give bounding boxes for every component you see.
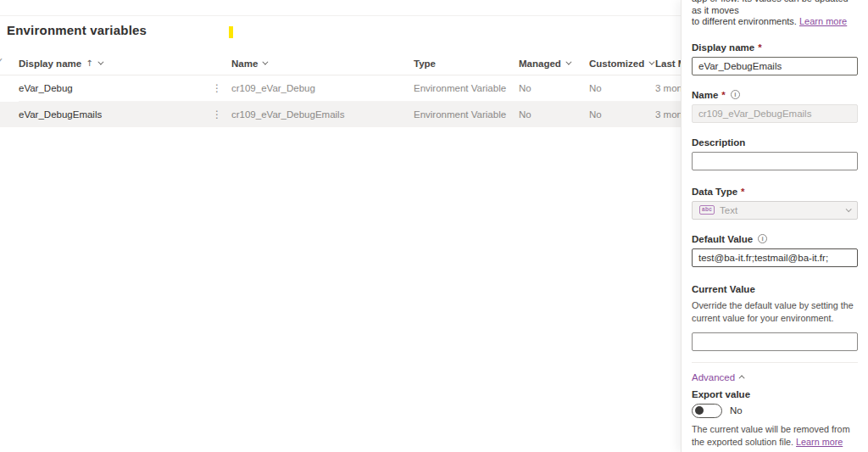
- name-label: Name * i: [692, 90, 858, 100]
- select-all-checkbox-icon[interactable]: ✓: [0, 56, 3, 67]
- text-cursor-highlight: [229, 26, 233, 38]
- label-text: Default Value: [692, 234, 753, 244]
- column-header-type[interactable]: Type: [414, 59, 519, 69]
- info-icon[interactable]: i: [758, 234, 767, 243]
- column-label: Managed: [519, 59, 561, 69]
- required-asterisk: *: [721, 90, 725, 100]
- display-name-input[interactable]: [692, 57, 858, 75]
- cell-type: Environment Variable: [414, 109, 519, 120]
- required-asterisk: *: [758, 42, 761, 53]
- export-value-help: The current value will be removed from t…: [692, 423, 858, 449]
- cell-customized: No: [589, 109, 655, 120]
- chevron-down-icon: [97, 59, 103, 65]
- column-header-customized[interactable]: Customized: [589, 59, 655, 69]
- label-text: Name: [692, 90, 718, 100]
- cell-display-name: eVar_Debug: [19, 83, 209, 93]
- cell-name: cr109_eVar_DebugEmails: [231, 109, 414, 120]
- current-value-label: Current Value: [692, 284, 858, 294]
- cell-managed: No: [519, 109, 589, 120]
- label-text: Current Value: [692, 284, 755, 294]
- sort-ascending-icon: ↑: [86, 59, 92, 68]
- learn-more-link[interactable]: Learn more: [796, 437, 843, 447]
- section-divider: [692, 362, 858, 363]
- advanced-label: Advanced: [692, 372, 735, 382]
- cell-managed: No: [519, 83, 589, 93]
- text-type-icon: abc: [699, 205, 715, 215]
- toggle-knob: [695, 406, 704, 415]
- column-header-managed[interactable]: Managed: [519, 59, 589, 69]
- chevron-down-icon: [565, 59, 571, 65]
- cell-name: cr109_eVar_Debug: [231, 83, 414, 93]
- display-name-label: Display name *: [692, 42, 858, 53]
- data-type-dropdown[interactable]: abc Text: [692, 201, 858, 220]
- column-header-name[interactable]: Name: [231, 59, 414, 69]
- current-value-help: Override the default value by setting th…: [692, 299, 858, 325]
- panel-intro-text: app or flow. Its values can be updated a…: [692, 0, 858, 28]
- data-type-label: Data Type *: [692, 187, 858, 197]
- export-value-toggle-row: No: [692, 404, 858, 418]
- name-input[interactable]: [692, 104, 858, 123]
- required-asterisk: *: [741, 187, 744, 197]
- more-options-icon[interactable]: ⋮: [209, 81, 231, 95]
- label-text: Description: [692, 137, 745, 148]
- label-text: Display name: [692, 42, 754, 53]
- default-value-label: Default Value i: [692, 234, 858, 244]
- advanced-toggle[interactable]: Advanced: [692, 372, 858, 382]
- description-label: Description: [692, 137, 858, 148]
- cell-type: Environment Variable: [414, 83, 519, 93]
- chevron-up-icon: [739, 375, 745, 381]
- intro-line2: to different environments.: [692, 16, 797, 26]
- learn-more-link[interactable]: Learn more: [799, 16, 847, 26]
- cell-display-name: eVar_DebugEmails: [19, 109, 209, 120]
- export-value-label: Export value: [692, 389, 858, 399]
- info-icon[interactable]: i: [731, 90, 740, 99]
- intro-line1: app or flow. Its values can be updated a…: [692, 0, 849, 15]
- column-header-display-name[interactable]: Display name ↑: [19, 59, 209, 69]
- toggle-state-label: No: [730, 405, 743, 416]
- chevron-down-icon: [846, 206, 852, 212]
- label-text: Data Type: [692, 187, 737, 197]
- chevron-down-icon: [263, 59, 269, 65]
- column-label: Type: [414, 59, 436, 69]
- current-value-input[interactable]: [692, 332, 858, 351]
- default-value-input[interactable]: [692, 248, 858, 267]
- edit-environment-variable-panel: app or flow. Its values can be updated a…: [681, 0, 868, 452]
- cell-customized: No: [589, 83, 655, 93]
- description-input[interactable]: [692, 152, 858, 170]
- export-value-toggle[interactable]: [692, 404, 722, 418]
- column-label: Customized: [589, 59, 644, 69]
- column-label: Display name: [19, 59, 81, 69]
- data-type-value: Text: [720, 205, 737, 215]
- more-options-icon[interactable]: ⋮: [209, 108, 231, 121]
- column-label: Name: [231, 59, 258, 69]
- chevron-down-icon: [649, 59, 655, 65]
